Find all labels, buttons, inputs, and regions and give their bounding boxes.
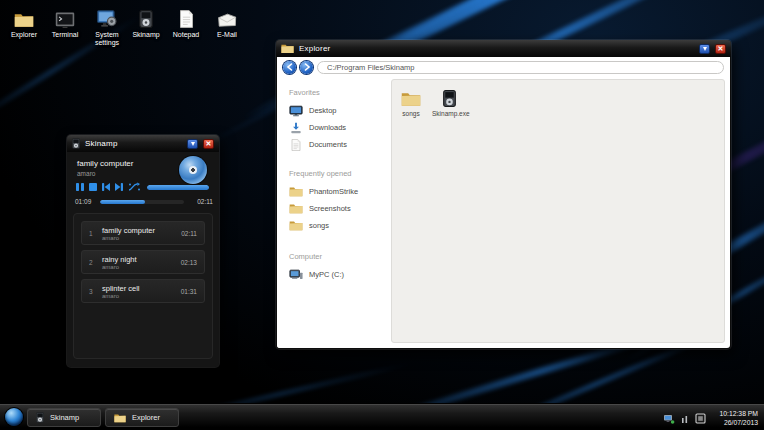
taskbar-button-label: Explorer	[132, 413, 160, 422]
desktop-icon-label: E-Mail	[205, 31, 249, 39]
download-icon	[289, 122, 303, 134]
now-playing-title: family computer	[77, 159, 133, 168]
skinamp-icon	[36, 412, 44, 423]
close-button[interactable]: ✕	[203, 139, 214, 149]
arrow-left-icon	[286, 63, 294, 71]
file-label: Skinamp.exe	[432, 110, 466, 117]
skinamp-titlebar[interactable]: Skinamp ✕	[67, 135, 219, 152]
taskbar-clock[interactable]: 10:12:38 PM 26/07/2013	[719, 409, 758, 427]
shuffle-icon	[128, 182, 141, 192]
settings-icon	[85, 8, 129, 28]
forward-button[interactable]	[300, 61, 313, 74]
sidebar-item-downloads[interactable]: Downloads	[289, 119, 389, 136]
sidebar-section-header: Favorites	[289, 88, 389, 97]
skinamp-icon	[124, 8, 168, 28]
previous-button[interactable]	[101, 182, 111, 192]
skinamp-window: Skinamp ✕ family computer amaro 01:09 02…	[67, 135, 219, 367]
explorer-titlebar[interactable]: Explorer ✕	[276, 40, 731, 57]
seek-fill	[100, 200, 145, 204]
document-icon	[289, 139, 303, 151]
taskbar-button-explorer[interactable]: Explorer	[105, 408, 179, 427]
desktop-icon-label: Skinamp	[124, 31, 168, 39]
window-title: Explorer	[299, 44, 694, 53]
next-button[interactable]	[114, 182, 124, 192]
stop-icon	[88, 182, 98, 192]
track-duration: 01:31	[181, 288, 197, 295]
track-number: 2	[89, 259, 93, 266]
volume-tray-icon[interactable]	[680, 414, 690, 424]
desktop-icon-explorer[interactable]: Explorer	[2, 8, 46, 39]
seek-bar[interactable]	[100, 200, 184, 204]
shuffle-button[interactable]	[128, 182, 141, 192]
language-tray-icon[interactable]	[695, 413, 706, 424]
folder-icon	[289, 220, 303, 231]
file-songs-folder[interactable]: songs	[394, 88, 428, 117]
clock-date: 26/07/2013	[719, 418, 758, 427]
folder-icon	[289, 203, 303, 214]
sidebar-item-label: Documents	[309, 140, 347, 149]
desktop-icon-label: Explorer	[2, 31, 46, 39]
folder-icon	[281, 43, 294, 54]
track-artist: amaro	[102, 293, 119, 299]
window-title: Skinamp	[85, 139, 182, 148]
sidebar-item-label: PhantomStrike	[309, 187, 358, 196]
explorer-sidebar: Favorites Desktop Downloads Documents Fr…	[277, 78, 389, 348]
explorer-content-area: songs Skinamp.exe	[391, 79, 725, 343]
explorer-window: Explorer ✕ Favorites Desktop Downloads	[276, 40, 731, 349]
sidebar-item-documents[interactable]: Documents	[289, 136, 389, 153]
sidebar-item-label: Screenshots	[309, 204, 351, 213]
track-artist: amaro	[102, 235, 119, 241]
pause-button[interactable]	[75, 182, 85, 192]
arrow-right-icon	[303, 63, 311, 71]
sidebar-item-mypc[interactable]: MyPC (C:)	[289, 266, 389, 283]
track-title: splinter cell	[102, 284, 140, 293]
volume-fill	[147, 185, 209, 190]
stop-button[interactable]	[88, 182, 98, 192]
back-button[interactable]	[283, 61, 296, 74]
taskbar-button-skinamp[interactable]: Skinamp	[27, 408, 101, 427]
sidebar-section-header: Computer	[289, 252, 389, 261]
minimize-button[interactable]	[699, 44, 710, 54]
network-tray-icon[interactable]	[663, 414, 675, 424]
skinamp-icon	[432, 88, 466, 107]
desktop-icon-notepad[interactable]: Notepad	[164, 8, 208, 39]
now-playing-artist: amaro	[77, 170, 95, 177]
desktop-icon-label: Notepad	[164, 31, 208, 39]
playlist-item[interactable]: 1 family computer amaro 02:11	[81, 221, 205, 245]
email-icon	[205, 8, 249, 28]
explorer-toolbar	[277, 57, 730, 77]
minimize-arrow-icon	[191, 142, 195, 146]
sidebar-item-desktop[interactable]: Desktop	[289, 102, 389, 119]
folder-icon	[114, 413, 126, 423]
desktop-icon-label: Terminal	[43, 31, 87, 39]
sidebar-item-phantomstrike[interactable]: PhantomStrike	[289, 183, 389, 200]
track-title: family computer	[102, 226, 155, 235]
close-button[interactable]: ✕	[715, 44, 726, 54]
address-bar[interactable]	[317, 61, 724, 74]
start-button[interactable]	[5, 408, 23, 426]
monitor-icon	[289, 105, 303, 117]
track-number: 3	[89, 288, 93, 295]
sidebar-item-screenshots[interactable]: Screenshots	[289, 200, 389, 217]
elapsed-time: 01:09	[75, 198, 91, 205]
clock-time: 10:12:38 PM	[719, 409, 758, 418]
desktop: Explorer Terminal System settings Skinam…	[0, 0, 764, 430]
desktop-icon-terminal[interactable]: Terminal	[43, 8, 87, 39]
file-skinamp-exe[interactable]: Skinamp.exe	[432, 88, 466, 117]
sidebar-item-label: Desktop	[309, 106, 337, 115]
playlist-item[interactable]: 3 splinter cell amaro 01:31	[81, 279, 205, 303]
playlist-item[interactable]: 2 rainy night amaro 02:13	[81, 250, 205, 274]
skinamp-icon	[72, 138, 80, 149]
cd-disc-icon	[179, 156, 207, 184]
desktop-icon-skinamp[interactable]: Skinamp	[124, 8, 168, 39]
track-artist: amaro	[102, 264, 119, 270]
minimize-button[interactable]	[187, 139, 198, 149]
folder-icon	[289, 186, 303, 197]
volume-slider[interactable]	[147, 185, 209, 190]
close-icon: ✕	[718, 45, 724, 52]
desktop-icon-email[interactable]: E-Mail	[205, 8, 249, 39]
desktop-icon-system-settings[interactable]: System settings	[85, 8, 129, 47]
total-time: 02:11	[197, 198, 213, 205]
sidebar-item-songs[interactable]: songs	[289, 217, 389, 234]
sidebar-item-label: Downloads	[309, 123, 346, 132]
